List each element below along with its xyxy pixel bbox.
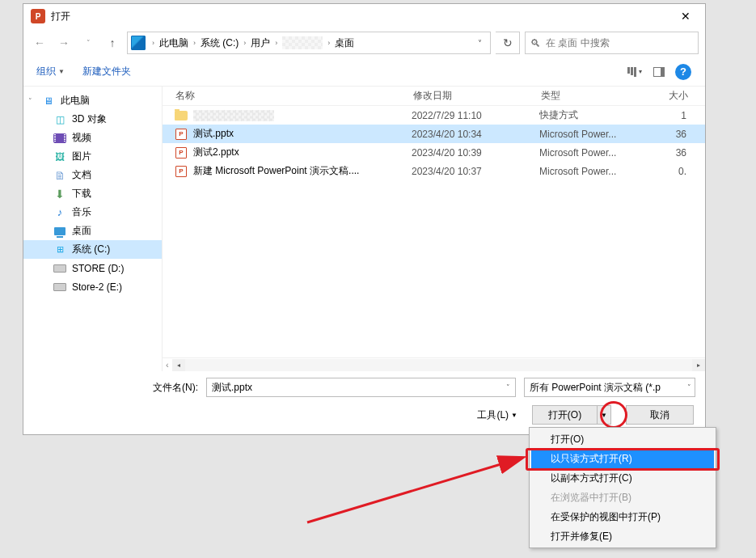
forward-button[interactable]: → xyxy=(54,33,74,53)
ppt-file-icon: P xyxy=(174,146,188,159)
col-size[interactable]: 大小 xyxy=(653,89,693,103)
open-mode-menu-item[interactable]: 以只读方式打开(R) xyxy=(531,449,714,468)
toolbar: 组织▼ 新建文件夹 ▾ ? xyxy=(23,57,705,87)
chevron-right-icon: › xyxy=(190,39,199,47)
file-type: 快捷方式 xyxy=(539,108,653,122)
sidebar-item-label: 视频 xyxy=(72,131,91,145)
file-size: 36 xyxy=(653,147,693,159)
chevron-down-icon: ˅ xyxy=(687,383,691,391)
open-button[interactable]: 打开(O) xyxy=(532,405,597,425)
ppt-file-icon: P xyxy=(174,128,188,141)
back-button[interactable]: ← xyxy=(30,33,49,53)
location-drive-icon xyxy=(131,36,146,50)
breadcrumb-dropdown-icon[interactable]: ˅ xyxy=(473,39,487,48)
file-type-select[interactable]: 所有 PowerPoint 演示文稿 (*.p ˅ xyxy=(524,378,695,397)
ppt-file-icon: P xyxy=(174,165,188,178)
sidebar-item[interactable]: ⬇下载 xyxy=(23,184,162,203)
filename-label: 文件名(N): xyxy=(153,381,198,395)
open-file-dialog: P 打开 ✕ ← → ˅ ↑ › 此电脑 › 系统 (C:) › 用户 › › … xyxy=(23,3,706,435)
sidebar-item-label: 桌面 xyxy=(72,224,91,238)
open-mode-menu-item: 在浏览器中打开(B) xyxy=(531,488,714,507)
breadcrumb-seg[interactable]: 系统 (C:) xyxy=(199,36,240,50)
sidebar-item[interactable]: STORE (D:) xyxy=(23,259,162,277)
cancel-button[interactable]: 取消 xyxy=(626,405,694,425)
new-folder-button[interactable]: 新建文件夹 xyxy=(79,61,134,82)
chevron-right-icon: › xyxy=(324,39,333,47)
file-row[interactable]: P新建 Microsoft PowerPoint 演示文稿....2023/4/… xyxy=(163,162,705,180)
chevron-down-icon[interactable]: ˅ xyxy=(506,383,510,391)
sidebar-item[interactable]: Store-2 (E:) xyxy=(23,277,162,296)
tools-menu[interactable]: 工具(L)▼ xyxy=(477,408,517,422)
open-mode-menu: 打开(O)以只读方式打开(R)以副本方式打开(C)在浏览器中打开(B)在受保护的… xyxy=(529,427,716,548)
filename-input[interactable]: 测试.pptx ˅ xyxy=(206,378,516,397)
close-button[interactable]: ✕ xyxy=(668,5,703,27)
file-type-value: 所有 PowerPoint 演示文稿 (*.p xyxy=(530,381,661,395)
file-row[interactable]: P测试2.pptx2023/4/20 10:39Microsoft Power.… xyxy=(163,143,705,162)
breadcrumb-seg[interactable]: 用户 xyxy=(249,36,272,50)
search-placeholder: 在 桌面 中搜索 xyxy=(546,36,610,50)
chevron-down-icon: ▼ xyxy=(511,412,517,419)
file-date: 2023/4/20 10:37 xyxy=(412,166,539,177)
dialog-title: 打开 xyxy=(51,10,70,23)
breadcrumb-seg[interactable]: 桌面 xyxy=(333,36,356,50)
dialog-footer: 文件名(N): 测试.pptx ˅ 所有 PowerPoint 演示文稿 (*.… xyxy=(23,371,705,434)
powerpoint-icon: P xyxy=(30,8,46,24)
breadcrumb-seg[interactable]: 此电脑 xyxy=(158,36,190,50)
address-breadcrumb[interactable]: › 此电脑 › 系统 (C:) › 用户 › › 桌面 ˅ xyxy=(127,32,491,54)
sidebar-item[interactable]: 桌面 xyxy=(23,222,162,240)
annotation-arrow xyxy=(299,433,542,531)
open-mode-menu-item[interactable]: 打开并修复(E) xyxy=(531,526,714,546)
open-mode-menu-item[interactable]: 打开(O) xyxy=(531,429,714,449)
sidebar-item-label: 音乐 xyxy=(72,205,91,219)
sidebar-item-label: 文档 xyxy=(72,168,91,182)
open-mode-dropdown-button[interactable]: ▼ xyxy=(597,405,611,425)
chevron-down-icon: ▼ xyxy=(58,68,65,75)
navigation-bar: ← → ˅ ↑ › 此电脑 › 系统 (C:) › 用户 › › 桌面 ˅ ↻ … xyxy=(23,28,705,57)
sidebar-item[interactable]: ⊞系统 (C:) xyxy=(23,240,162,259)
chevron-right-icon: › xyxy=(240,39,249,47)
organize-menu[interactable]: 组织▼ xyxy=(33,61,68,82)
file-size: 36 xyxy=(653,129,693,140)
horizontal-scrollbar[interactable]: ‹ ◂ ▸ xyxy=(163,357,705,371)
sidebar-item-label: 3D 对象 xyxy=(72,112,107,126)
file-date: 2023/4/20 10:39 xyxy=(412,147,539,159)
file-pane: 名称 修改日期 类型 大小 2022/7/29 11:10快捷方式1P测试.pp… xyxy=(163,87,705,371)
sidebar-item-label: Store-2 (E:) xyxy=(72,281,122,293)
sidebar-item[interactable]: ˅🖥此电脑 xyxy=(23,91,162,110)
refresh-button[interactable]: ↻ xyxy=(496,32,520,54)
help-button[interactable]: ? xyxy=(671,62,695,82)
col-type[interactable]: 类型 xyxy=(539,89,653,103)
file-name: 新建 Microsoft PowerPoint 演示文稿.... xyxy=(193,164,359,178)
col-date[interactable]: 修改日期 xyxy=(412,89,539,103)
file-name: 测试.pptx xyxy=(193,127,234,141)
folder-icon xyxy=(174,109,188,122)
col-name[interactable]: 名称 xyxy=(174,89,412,103)
history-dropdown-icon[interactable]: ˅ xyxy=(78,33,98,53)
filename-redacted xyxy=(193,110,274,121)
sidebar-item[interactable]: 🗎文档 xyxy=(23,166,162,184)
sidebar-item-label: 图片 xyxy=(72,150,91,163)
search-icon: 🔍︎ xyxy=(530,37,541,49)
search-input[interactable]: 🔍︎ 在 桌面 中搜索 xyxy=(525,32,699,54)
sidebar-item[interactable]: 视频 xyxy=(23,129,162,147)
sidebar-nav[interactable]: ˅🖥此电脑◫3D 对象视频🖼图片🗎文档⬇下载♪音乐桌面⊞系统 (C:)STORE… xyxy=(23,87,163,371)
file-size: 1 xyxy=(653,110,693,121)
sidebar-item[interactable]: ◫3D 对象 xyxy=(23,110,162,129)
open-mode-menu-item[interactable]: 以副本方式打开(C) xyxy=(531,468,714,488)
file-row[interactable]: 2022/7/29 11:10快捷方式1 xyxy=(163,106,705,125)
file-date: 2022/7/29 11:10 xyxy=(412,110,539,121)
sidebar-item-label: 系统 (C:) xyxy=(72,243,110,256)
file-type: Microsoft Power... xyxy=(539,166,653,177)
sidebar-item-label: 下载 xyxy=(72,187,91,201)
column-headers: 名称 修改日期 类型 大小 xyxy=(163,87,705,106)
sidebar-item[interactable]: 🖼图片 xyxy=(23,147,162,166)
file-list[interactable]: 2022/7/29 11:10快捷方式1P测试.pptx2023/4/20 10… xyxy=(163,106,705,357)
sidebar-item[interactable]: ♪音乐 xyxy=(23,203,162,222)
file-size: 0. xyxy=(653,166,693,177)
open-mode-menu-item[interactable]: 在受保护的视图中打开(P) xyxy=(531,507,714,526)
file-row[interactable]: P测试.pptx2023/4/20 10:34Microsoft Power..… xyxy=(163,125,705,143)
preview-pane-button[interactable] xyxy=(647,62,671,82)
view-mode-button[interactable]: ▾ xyxy=(623,62,647,82)
filename-value: 测试.pptx xyxy=(212,381,252,395)
up-button[interactable]: ↑ xyxy=(103,33,122,53)
